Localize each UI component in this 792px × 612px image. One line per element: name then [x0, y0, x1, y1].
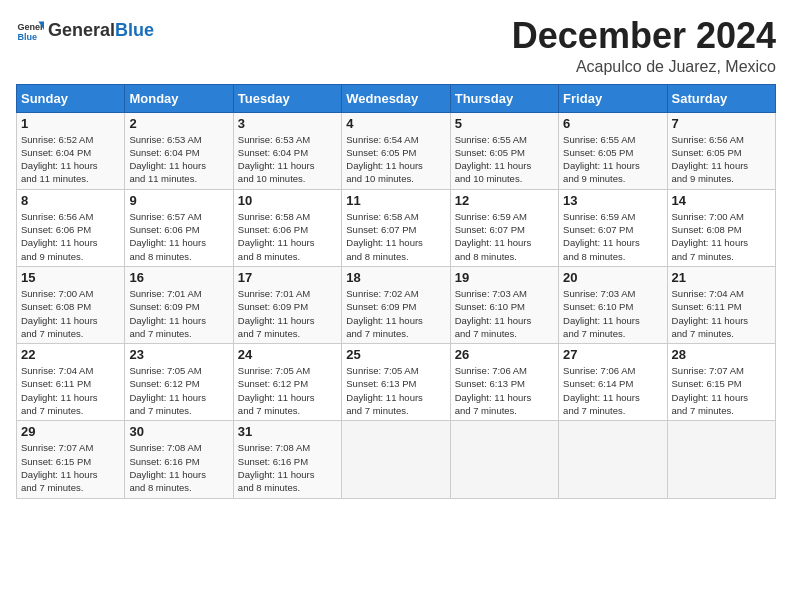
day-number: 10: [238, 193, 337, 208]
day-details: Sunrise: 7:05 AMSunset: 6:12 PMDaylight:…: [238, 364, 337, 417]
title-area: December 2024 Acapulco de Juarez, Mexico: [512, 16, 776, 76]
day-details: Sunrise: 6:58 AMSunset: 6:07 PMDaylight:…: [346, 210, 445, 263]
calendar-cell: 7Sunrise: 6:56 AMSunset: 6:05 PMDaylight…: [667, 112, 775, 189]
calendar-cell: 3Sunrise: 6:53 AMSunset: 6:04 PMDaylight…: [233, 112, 341, 189]
day-number: 13: [563, 193, 662, 208]
day-header-sunday: Sunday: [17, 84, 125, 112]
calendar-cell: 23Sunrise: 7:05 AMSunset: 6:12 PMDayligh…: [125, 344, 233, 421]
day-details: Sunrise: 6:57 AMSunset: 6:06 PMDaylight:…: [129, 210, 228, 263]
calendar-cell: [450, 421, 558, 498]
calendar-cell: 9Sunrise: 6:57 AMSunset: 6:06 PMDaylight…: [125, 189, 233, 266]
day-number: 3: [238, 116, 337, 131]
svg-text:Blue: Blue: [17, 32, 37, 42]
day-number: 22: [21, 347, 120, 362]
calendar-week-row: 29Sunrise: 7:07 AMSunset: 6:15 PMDayligh…: [17, 421, 776, 498]
calendar-cell: 30Sunrise: 7:08 AMSunset: 6:16 PMDayligh…: [125, 421, 233, 498]
day-details: Sunrise: 7:01 AMSunset: 6:09 PMDaylight:…: [129, 287, 228, 340]
day-header-thursday: Thursday: [450, 84, 558, 112]
day-number: 28: [672, 347, 771, 362]
day-details: Sunrise: 7:05 AMSunset: 6:12 PMDaylight:…: [129, 364, 228, 417]
day-details: Sunrise: 7:00 AMSunset: 6:08 PMDaylight:…: [672, 210, 771, 263]
day-details: Sunrise: 7:07 AMSunset: 6:15 PMDaylight:…: [21, 441, 120, 494]
day-number: 9: [129, 193, 228, 208]
day-details: Sunrise: 6:56 AMSunset: 6:05 PMDaylight:…: [672, 133, 771, 186]
logo: General Blue GeneralBlue: [16, 16, 154, 44]
day-number: 4: [346, 116, 445, 131]
calendar-cell: 11Sunrise: 6:58 AMSunset: 6:07 PMDayligh…: [342, 189, 450, 266]
day-details: Sunrise: 6:59 AMSunset: 6:07 PMDaylight:…: [455, 210, 554, 263]
calendar-cell: 24Sunrise: 7:05 AMSunset: 6:12 PMDayligh…: [233, 344, 341, 421]
calendar-cell: 29Sunrise: 7:07 AMSunset: 6:15 PMDayligh…: [17, 421, 125, 498]
day-details: Sunrise: 6:52 AMSunset: 6:04 PMDaylight:…: [21, 133, 120, 186]
calendar-week-row: 22Sunrise: 7:04 AMSunset: 6:11 PMDayligh…: [17, 344, 776, 421]
calendar-header-row: SundayMondayTuesdayWednesdayThursdayFrid…: [17, 84, 776, 112]
day-number: 31: [238, 424, 337, 439]
day-details: Sunrise: 7:07 AMSunset: 6:15 PMDaylight:…: [672, 364, 771, 417]
day-details: Sunrise: 6:59 AMSunset: 6:07 PMDaylight:…: [563, 210, 662, 263]
day-details: Sunrise: 7:04 AMSunset: 6:11 PMDaylight:…: [21, 364, 120, 417]
calendar-cell: 1Sunrise: 6:52 AMSunset: 6:04 PMDaylight…: [17, 112, 125, 189]
calendar-cell: 22Sunrise: 7:04 AMSunset: 6:11 PMDayligh…: [17, 344, 125, 421]
location-title: Acapulco de Juarez, Mexico: [512, 58, 776, 76]
day-number: 6: [563, 116, 662, 131]
calendar-week-row: 15Sunrise: 7:00 AMSunset: 6:08 PMDayligh…: [17, 266, 776, 343]
calendar-cell: 12Sunrise: 6:59 AMSunset: 6:07 PMDayligh…: [450, 189, 558, 266]
day-number: 23: [129, 347, 228, 362]
calendar-cell: 27Sunrise: 7:06 AMSunset: 6:14 PMDayligh…: [559, 344, 667, 421]
day-number: 19: [455, 270, 554, 285]
day-details: Sunrise: 7:01 AMSunset: 6:09 PMDaylight:…: [238, 287, 337, 340]
day-details: Sunrise: 6:53 AMSunset: 6:04 PMDaylight:…: [129, 133, 228, 186]
day-details: Sunrise: 6:53 AMSunset: 6:04 PMDaylight:…: [238, 133, 337, 186]
day-details: Sunrise: 6:55 AMSunset: 6:05 PMDaylight:…: [455, 133, 554, 186]
day-details: Sunrise: 7:04 AMSunset: 6:11 PMDaylight:…: [672, 287, 771, 340]
calendar-cell: 18Sunrise: 7:02 AMSunset: 6:09 PMDayligh…: [342, 266, 450, 343]
calendar-week-row: 8Sunrise: 6:56 AMSunset: 6:06 PMDaylight…: [17, 189, 776, 266]
day-details: Sunrise: 7:03 AMSunset: 6:10 PMDaylight:…: [455, 287, 554, 340]
day-number: 25: [346, 347, 445, 362]
calendar-cell: 14Sunrise: 7:00 AMSunset: 6:08 PMDayligh…: [667, 189, 775, 266]
calendar-cell: 8Sunrise: 6:56 AMSunset: 6:06 PMDaylight…: [17, 189, 125, 266]
day-number: 30: [129, 424, 228, 439]
page-header: General Blue GeneralBlue December 2024 A…: [16, 16, 776, 76]
calendar-cell: 28Sunrise: 7:07 AMSunset: 6:15 PMDayligh…: [667, 344, 775, 421]
calendar-cell: 6Sunrise: 6:55 AMSunset: 6:05 PMDaylight…: [559, 112, 667, 189]
day-details: Sunrise: 7:06 AMSunset: 6:13 PMDaylight:…: [455, 364, 554, 417]
calendar-cell: [667, 421, 775, 498]
day-header-friday: Friday: [559, 84, 667, 112]
day-number: 12: [455, 193, 554, 208]
calendar-cell: 13Sunrise: 6:59 AMSunset: 6:07 PMDayligh…: [559, 189, 667, 266]
calendar-cell: 26Sunrise: 7:06 AMSunset: 6:13 PMDayligh…: [450, 344, 558, 421]
day-details: Sunrise: 7:03 AMSunset: 6:10 PMDaylight:…: [563, 287, 662, 340]
day-header-tuesday: Tuesday: [233, 84, 341, 112]
calendar-cell: 15Sunrise: 7:00 AMSunset: 6:08 PMDayligh…: [17, 266, 125, 343]
day-number: 14: [672, 193, 771, 208]
logo-icon: General Blue: [16, 16, 44, 44]
day-number: 11: [346, 193, 445, 208]
day-details: Sunrise: 6:58 AMSunset: 6:06 PMDaylight:…: [238, 210, 337, 263]
calendar-cell: 2Sunrise: 6:53 AMSunset: 6:04 PMDaylight…: [125, 112, 233, 189]
day-header-saturday: Saturday: [667, 84, 775, 112]
calendar-cell: 10Sunrise: 6:58 AMSunset: 6:06 PMDayligh…: [233, 189, 341, 266]
calendar-cell: 17Sunrise: 7:01 AMSunset: 6:09 PMDayligh…: [233, 266, 341, 343]
day-header-monday: Monday: [125, 84, 233, 112]
calendar-cell: 31Sunrise: 7:08 AMSunset: 6:16 PMDayligh…: [233, 421, 341, 498]
day-number: 2: [129, 116, 228, 131]
day-details: Sunrise: 7:00 AMSunset: 6:08 PMDaylight:…: [21, 287, 120, 340]
logo-blue: Blue: [115, 20, 154, 41]
calendar-cell: 5Sunrise: 6:55 AMSunset: 6:05 PMDaylight…: [450, 112, 558, 189]
day-details: Sunrise: 7:06 AMSunset: 6:14 PMDaylight:…: [563, 364, 662, 417]
day-details: Sunrise: 7:08 AMSunset: 6:16 PMDaylight:…: [238, 441, 337, 494]
month-title: December 2024: [512, 16, 776, 56]
calendar-table: SundayMondayTuesdayWednesdayThursdayFrid…: [16, 84, 776, 499]
day-details: Sunrise: 6:54 AMSunset: 6:05 PMDaylight:…: [346, 133, 445, 186]
day-number: 20: [563, 270, 662, 285]
calendar-week-row: 1Sunrise: 6:52 AMSunset: 6:04 PMDaylight…: [17, 112, 776, 189]
calendar-cell: 19Sunrise: 7:03 AMSunset: 6:10 PMDayligh…: [450, 266, 558, 343]
calendar-cell: 4Sunrise: 6:54 AMSunset: 6:05 PMDaylight…: [342, 112, 450, 189]
day-number: 15: [21, 270, 120, 285]
calendar-cell: [559, 421, 667, 498]
day-number: 16: [129, 270, 228, 285]
day-details: Sunrise: 6:56 AMSunset: 6:06 PMDaylight:…: [21, 210, 120, 263]
day-number: 27: [563, 347, 662, 362]
day-number: 24: [238, 347, 337, 362]
